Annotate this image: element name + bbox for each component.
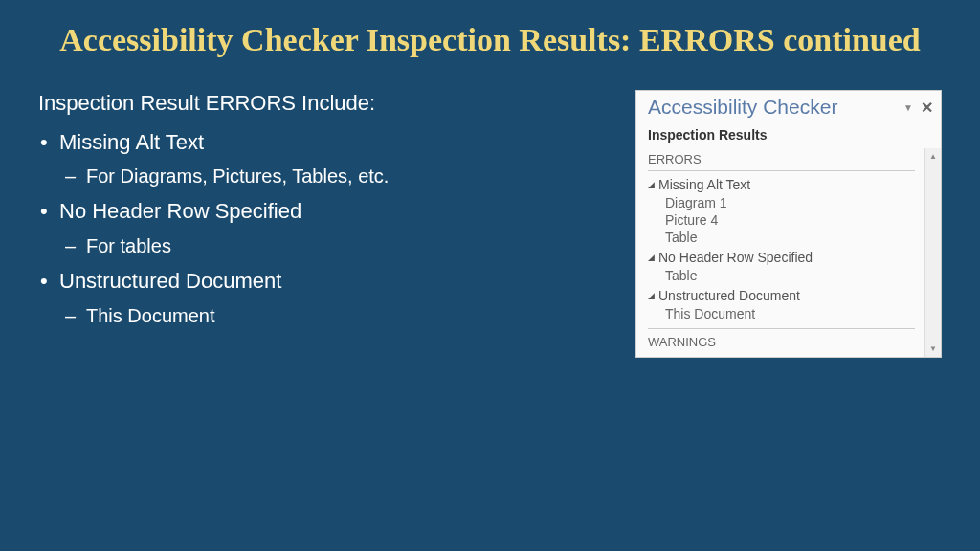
error-group-header[interactable]: ◢ No Header Row Specified xyxy=(648,248,915,267)
bullet-list: Missing Alt Text For Diagrams, Pictures,… xyxy=(38,129,597,328)
error-group-name: Unstructured Document xyxy=(658,288,800,303)
error-item[interactable]: Diagram 1 xyxy=(648,194,915,211)
panel-title: Accessibility Checker xyxy=(648,96,837,119)
warnings-section-label: WARNINGS xyxy=(648,328,915,349)
slide: Accessibility Checker Inspection Results… xyxy=(0,0,980,551)
expand-icon: ◢ xyxy=(648,181,655,189)
error-group: ◢ No Header Row Specified Table xyxy=(648,248,915,284)
error-item[interactable]: This Document xyxy=(648,305,915,322)
content-area: Inspection Result ERRORS Include: Missin… xyxy=(38,90,942,358)
accessibility-checker-panel: Accessibility Checker ▼ ✕ Inspection Res… xyxy=(635,90,942,358)
dropdown-icon[interactable]: ▼ xyxy=(903,102,913,113)
bullet-item: Missing Alt Text xyxy=(38,129,597,157)
bullet-item: Unstructured Document xyxy=(38,268,597,296)
slide-title: Accessibility Checker Inspection Results… xyxy=(38,19,942,61)
bullet-item: No Header Row Specified xyxy=(38,198,597,226)
close-icon[interactable]: ✕ xyxy=(921,99,933,117)
panel-body: ERRORS ◢ Missing Alt Text Diagram 1 Pict… xyxy=(636,148,941,357)
left-column: Inspection Result ERRORS Include: Missin… xyxy=(38,90,597,358)
errors-section-label: ERRORS xyxy=(648,152,915,171)
expand-icon: ◢ xyxy=(648,292,655,300)
error-group: ◢ Unstructured Document This Document xyxy=(648,286,915,322)
error-group-header[interactable]: ◢ Missing Alt Text xyxy=(648,175,915,194)
expand-icon: ◢ xyxy=(648,253,655,262)
error-group-header[interactable]: ◢ Unstructured Document xyxy=(648,286,915,305)
scroll-up-icon[interactable]: ▲ xyxy=(925,148,941,165)
sub-bullet-item: For tables xyxy=(38,233,597,258)
sub-bullet-item: For Diagrams, Pictures, Tables, etc. xyxy=(38,164,597,188)
panel-controls: ▼ ✕ xyxy=(903,99,933,117)
error-item[interactable]: Picture 4 xyxy=(648,211,915,229)
error-group-name: No Header Row Specified xyxy=(658,250,813,265)
scroll-track[interactable] xyxy=(925,165,941,341)
sub-bullet-item: This Document xyxy=(38,303,597,328)
results-area: ERRORS ◢ Missing Alt Text Diagram 1 Pict… xyxy=(636,148,924,357)
panel-header: Accessibility Checker ▼ ✕ xyxy=(636,91,941,121)
scroll-down-icon[interactable]: ▼ xyxy=(925,341,941,357)
panel-subtitle: Inspection Results xyxy=(636,121,941,148)
error-item[interactable]: Table xyxy=(648,229,915,246)
intro-text: Inspection Result ERRORS Include: xyxy=(38,90,597,118)
error-item[interactable]: Table xyxy=(648,267,915,284)
error-group-name: Missing Alt Text xyxy=(658,177,750,192)
scrollbar[interactable]: ▲ ▼ xyxy=(924,148,941,357)
error-group: ◢ Missing Alt Text Diagram 1 Picture 4 T… xyxy=(648,175,915,246)
